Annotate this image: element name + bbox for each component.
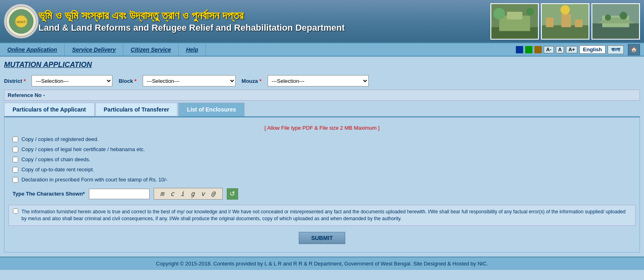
svg-point-15	[561, 5, 570, 14]
reference-row: Reference No -	[4, 90, 640, 101]
footer-text: Copyright © 2015-2018. Contents provided…	[156, 261, 488, 267]
header-title-bn: ভূমি ও ভূমি সংস্কার এবং উদ্বাস্তু ত্রাণ …	[38, 9, 486, 23]
declaration-checkbox[interactable]	[13, 208, 18, 214]
captcha-label: Type The Characters Shown*	[13, 191, 85, 197]
header-image-2	[541, 3, 589, 40]
logo: GOVT	[4, 4, 38, 38]
enclosure-item-2: Copy / copies of chain deeds.	[8, 154, 636, 164]
block-required-star: *	[135, 78, 137, 84]
enclosure-label-4: Declaration in prescribed Form with cour…	[21, 177, 167, 183]
declaration-text: The information furnished herein above i…	[21, 208, 631, 222]
mouza-label: Mouza *	[242, 78, 262, 84]
enclosure-label-2: Copy / copies of chain deeds.	[21, 156, 91, 162]
svg-point-8	[493, 8, 505, 19]
enclosure-checkbox-1[interactable]	[13, 147, 18, 152]
captcha-refresh-button[interactable]: ↺	[227, 188, 238, 200]
nav-help[interactable]: Help	[179, 43, 206, 56]
captcha-image: m c i g v @	[154, 188, 223, 200]
nav-online-application[interactable]: Online Application	[0, 43, 65, 56]
site-footer: Copyright © 2015-2018. Contents provided…	[0, 257, 644, 270]
page-title: MUTATION APPLICATION	[4, 59, 640, 71]
enclosure-item-3: Copy of up-to-date rent receipt.	[8, 164, 636, 175]
svg-point-19	[605, 14, 611, 20]
header-images	[490, 3, 640, 40]
lang-bangla-button[interactable]: বাংলা	[608, 45, 624, 54]
font-increase-button[interactable]: A+	[566, 46, 577, 53]
enclosure-item-0: Copy / copies of registered deed.	[8, 134, 636, 144]
enclosure-item-1: Copy / copies of legal heir certificate …	[8, 144, 636, 154]
enclosure-label-3: Copy of up-to-date rent receipt.	[21, 166, 94, 173]
reference-label: Reference No -	[8, 92, 45, 98]
enclosure-label-0: Copy / copies of registered deed.	[21, 136, 99, 142]
enclosure-checkbox-2[interactable]	[13, 157, 18, 162]
svg-rect-13	[561, 13, 571, 27]
header-title-en: Land & Land Reforms and Refugee Relief a…	[38, 23, 486, 33]
home-icon: 🏠	[631, 46, 637, 53]
header-image-1	[490, 3, 539, 40]
font-normal-button[interactable]: A	[556, 46, 564, 53]
location-row: District * ---Selection--- Block * ---Se…	[4, 73, 640, 88]
content-panel: [ Allow File type PDF & File size 2 MB M…	[4, 117, 640, 253]
enclosure-checkbox-0[interactable]	[13, 137, 18, 142]
home-button[interactable]: 🏠	[628, 44, 640, 55]
tab-particulars-transferer[interactable]: Particulars of Transferer	[95, 103, 178, 116]
refresh-icon: ↺	[230, 190, 235, 198]
color-blue[interactable]	[516, 46, 523, 53]
district-label: District *	[4, 78, 25, 84]
navbar-right: A- A A+ English বাংলা 🏠	[516, 44, 644, 55]
enclosure-label-1: Copy / copies of legal heir certificate …	[21, 146, 145, 152]
font-decrease-button[interactable]: A-	[544, 46, 554, 53]
navbar: Online Application Service Delivery Citi…	[0, 42, 644, 57]
captcha-row: Type The Characters Shown* m c i g v @ ↺	[8, 185, 636, 203]
mouza-required-star: *	[260, 78, 262, 84]
svg-rect-7	[507, 12, 522, 19]
site-header: GOVT ভূমি ও ভূমি সংস্কার এবং উদ্বাস্তু ত…	[0, 0, 644, 42]
color-green[interactable]	[525, 46, 532, 53]
main-content: MUTATION APPLICATION District * ---Selec…	[0, 57, 644, 257]
header-text: ভূমি ও ভূমি সংস্কার এবং উদ্বাস্তু ত্রাণ …	[38, 9, 486, 33]
submit-row: SUBMIT	[8, 228, 636, 248]
block-label: Block *	[118, 78, 136, 84]
lang-english-button[interactable]: English	[579, 45, 606, 54]
mouza-select[interactable]: ---Selection---	[268, 75, 369, 86]
navbar-left: Online Application Service Delivery Citi…	[0, 43, 206, 56]
tab-list-enclosures[interactable]: List of Enclosures	[178, 103, 244, 116]
enclosure-item-4: Declaration in prescribed Form with cour…	[8, 175, 636, 185]
svg-point-20	[620, 12, 627, 19]
captcha-input[interactable]	[89, 189, 150, 199]
svg-rect-11	[542, 25, 589, 38]
svg-point-9	[526, 8, 534, 15]
declaration-row: The information furnished herein above i…	[8, 205, 636, 226]
tab-particulars-applicant[interactable]: Particulars of the Applicant	[4, 103, 95, 116]
tabs-container: Particulars of the Applicant Particulars…	[4, 103, 640, 117]
district-required-star: *	[23, 78, 25, 84]
form-section: District * ---Selection--- Block * ---Se…	[4, 71, 640, 255]
color-brown[interactable]	[534, 46, 542, 53]
nav-service-delivery[interactable]: Service Delivery	[65, 43, 123, 56]
svg-text:GOVT: GOVT	[17, 20, 26, 23]
nav-citizen-service[interactable]: Citizen Service	[123, 43, 179, 56]
enclosure-checkbox-4[interactable]	[13, 177, 18, 183]
enclosure-checkbox-3[interactable]	[13, 167, 18, 173]
svg-rect-14	[575, 19, 583, 27]
header-image-3	[591, 3, 640, 40]
file-notice: [ Allow File type PDF & File size 2 MB M…	[8, 122, 636, 134]
submit-button[interactable]: SUBMIT	[299, 232, 346, 244]
block-select[interactable]: ---Selection---	[143, 75, 236, 86]
svg-rect-12	[546, 17, 553, 27]
district-select[interactable]: ---Selection---	[32, 75, 112, 86]
